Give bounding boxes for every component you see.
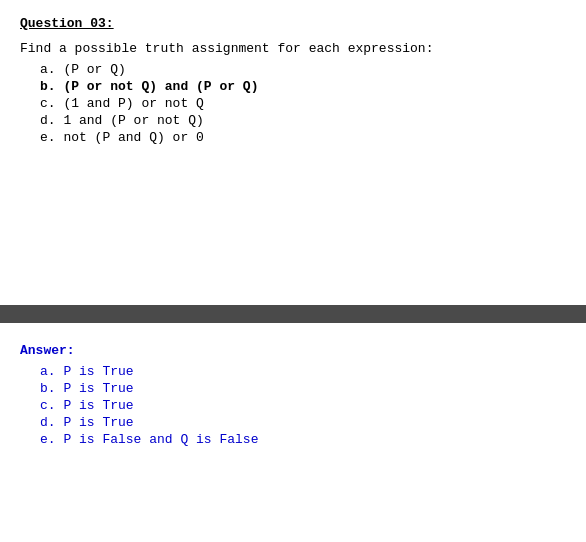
expr-e-label: e.: [40, 130, 63, 145]
expr-d-text: 1 and (P or not Q): [63, 113, 203, 128]
list-item: d. P is True: [40, 415, 566, 430]
list-item: b. (P or not Q) and (P or Q): [40, 79, 566, 94]
answer-d-label: d.: [40, 415, 63, 430]
expr-b-label: b.: [40, 79, 63, 94]
expr-c-text: (1 and P) or not Q: [63, 96, 203, 111]
bottom-section: Answer: a. P is True b. P is True c. P i…: [0, 323, 586, 447]
question-intro: Find a possible truth assignment for eac…: [20, 41, 566, 56]
expr-e-text: not (P and Q) or 0: [63, 130, 203, 145]
divider-bar: [0, 305, 586, 323]
expression-list: a. (P or Q) b. (P or not Q) and (P or Q)…: [20, 62, 566, 145]
expr-a-text: (P or Q): [63, 62, 125, 77]
list-item: e. P is False and Q is False: [40, 432, 566, 447]
answer-c-text: P is True: [63, 398, 133, 413]
list-item: e. not (P and Q) or 0: [40, 130, 566, 145]
list-item: b. P is True: [40, 381, 566, 396]
answer-a-label: a.: [40, 364, 63, 379]
answer-c-label: c.: [40, 398, 63, 413]
list-item: a. P is True: [40, 364, 566, 379]
list-item: a. (P or Q): [40, 62, 566, 77]
answer-b-text: P is True: [63, 381, 133, 396]
answer-d-text: P is True: [63, 415, 133, 430]
expr-a-label: a.: [40, 62, 63, 77]
list-item: c. P is True: [40, 398, 566, 413]
answer-e-label: e.: [40, 432, 63, 447]
top-section: Question 03: Find a possible truth assig…: [0, 0, 586, 145]
answer-a-text: P is True: [63, 364, 133, 379]
question-title: Question 03:: [20, 16, 566, 31]
expr-b-text: (P or not Q) and (P or Q): [63, 79, 258, 94]
list-item: c. (1 and P) or not Q: [40, 96, 566, 111]
answer-list: a. P is True b. P is True c. P is True d…: [20, 364, 566, 447]
answer-title: Answer:: [20, 343, 566, 358]
answer-e-text: P is False and Q is False: [63, 432, 258, 447]
answer-b-label: b.: [40, 381, 63, 396]
list-item: d. 1 and (P or not Q): [40, 113, 566, 128]
expr-c-label: c.: [40, 96, 63, 111]
expr-d-label: d.: [40, 113, 63, 128]
